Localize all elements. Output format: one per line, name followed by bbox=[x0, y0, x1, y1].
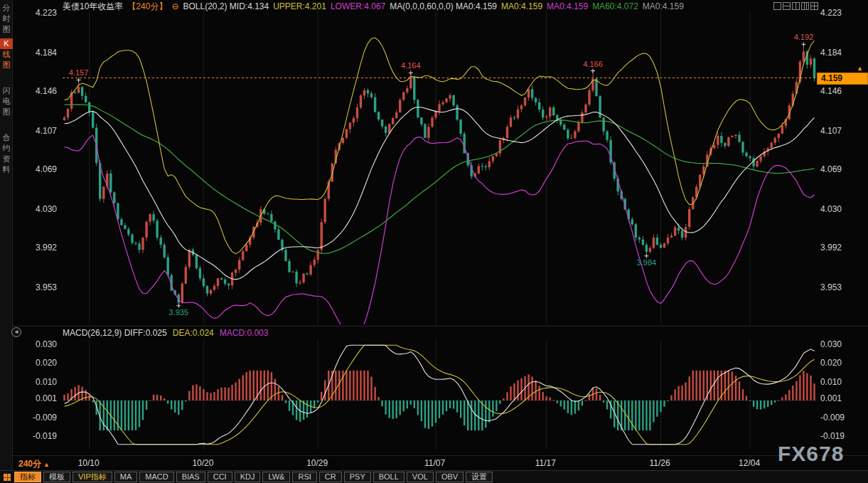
collapse-panel-icon[interactable]: ◄ bbox=[11, 327, 21, 337]
layout-three-pane-icon[interactable] bbox=[801, 2, 809, 10]
axis-tick-label: 4.107 bbox=[36, 126, 57, 136]
layout-two-vertical-icon[interactable] bbox=[792, 2, 800, 10]
toolbar-button-vol[interactable]: VOL bbox=[407, 472, 434, 482]
axis-tick-label: 0.020 bbox=[36, 358, 57, 368]
x-axis-date: 12/04 bbox=[739, 458, 760, 468]
toolbar-button-cr[interactable]: CR bbox=[319, 472, 342, 482]
x-axis-date: 11/26 bbox=[649, 458, 670, 468]
axis-tick-label: 4.184 bbox=[36, 48, 57, 58]
x-axis-date: 10/10 bbox=[78, 458, 100, 468]
axis-tick-label: 4.223 bbox=[820, 8, 842, 18]
axis-tick-label: 0.001 bbox=[820, 393, 842, 403]
boll-lower-value: LOWER:4.067 bbox=[331, 1, 385, 11]
toolbar-button-rsi[interactable]: RSI bbox=[292, 472, 316, 482]
period-label: 【240分】 bbox=[127, 1, 167, 11]
toolbar-button-cci[interactable]: CCI bbox=[208, 472, 232, 482]
sidebar-tab-flash-chart[interactable]: 闪电图 bbox=[0, 85, 13, 117]
toolbar-button-macd[interactable]: MACD bbox=[139, 472, 173, 482]
axis-tick-label: -0.019 bbox=[33, 431, 57, 441]
ma0-magenta-value: MA0:4.159 bbox=[547, 1, 588, 11]
axis-tick-label: -0.009 bbox=[820, 413, 845, 423]
axis-tick-label: 0.010 bbox=[820, 377, 842, 387]
symbol-title: 美债10年收益率 bbox=[63, 1, 123, 11]
toolbar-button-psy[interactable]: PSY bbox=[344, 472, 371, 482]
price-annotations: 4.1574.1644.1664.1923.9353.984 bbox=[69, 33, 813, 317]
boll-mid-line bbox=[65, 107, 815, 280]
axis-tick-label: 4.146 bbox=[36, 86, 57, 96]
toolbar-button-lw[interactable]: LW& bbox=[262, 472, 290, 482]
axis-tick-label: 4.146 bbox=[820, 86, 842, 96]
indicator-toolbar: 指标模板VIP指标MAMACDBIASCCIKDJLW&RSICRPSYBOLL… bbox=[0, 470, 868, 483]
period-up-arrow-icon: ▲ bbox=[43, 461, 50, 468]
price-annotation: 4.192 bbox=[794, 33, 814, 41]
candlesticks bbox=[63, 44, 815, 306]
ma0-yellow-value: MA0:4.159 bbox=[501, 1, 542, 11]
layout-switcher bbox=[773, 2, 818, 10]
remove-indicator-icon[interactable]: ⊖ bbox=[171, 1, 178, 11]
boll-upper-line bbox=[65, 38, 815, 254]
axis-tick-label: 0.030 bbox=[820, 339, 842, 349]
last-price-badge: 4.159 bbox=[817, 73, 868, 85]
macd-diff-value: MACD(26,12,9) DIFF:0.025 bbox=[63, 328, 167, 338]
axis-tick-label: 3.992 bbox=[36, 243, 57, 253]
axis-tick-label: 4.107 bbox=[820, 126, 842, 136]
axis-tick-label: 4.030 bbox=[820, 204, 842, 214]
left-tab-bar: 分时图K线图闪电图合约资料 bbox=[0, 0, 13, 470]
toolbar-button-settings[interactable]: 设置 bbox=[466, 472, 493, 482]
x-axis-date: 10/20 bbox=[192, 458, 213, 468]
diff-line bbox=[65, 345, 815, 445]
sidebar-tab-kline-chart[interactable]: K线图 bbox=[0, 38, 13, 70]
boll-mid-value: BOLL(20,2) MID:4.134 bbox=[183, 1, 269, 11]
ma60-value: MA60:4.072 bbox=[592, 1, 638, 11]
footer-period-label[interactable]: 240分▲ bbox=[18, 458, 50, 470]
toolbar-button-ma[interactable]: MA bbox=[114, 472, 138, 482]
price-annotation: 4.164 bbox=[401, 61, 421, 70]
price-annotation: 3.935 bbox=[169, 308, 189, 317]
price-annotation: 4.157 bbox=[69, 68, 89, 77]
candlestick-chart[interactable]: 4.1574.1644.1664.1923.9353.984 bbox=[63, 10, 816, 324]
toolbar-button-obv[interactable]: OBV bbox=[436, 472, 464, 482]
sidebar-tab-contract-info[interactable]: 合约资料 bbox=[0, 132, 13, 175]
ma-params-value: MA(0,0,0,60,0,0) MA0:4.159 bbox=[390, 1, 497, 11]
macd-chart[interactable] bbox=[63, 340, 816, 450]
axis-tick-label: 0.001 bbox=[36, 393, 57, 403]
watermark: FX678 bbox=[778, 442, 844, 466]
toolbar-button-vip-indicators[interactable]: VIP指标 bbox=[73, 472, 112, 482]
axis-tick-label: 0.030 bbox=[36, 339, 57, 349]
last-price-value: 4.159 bbox=[821, 73, 842, 83]
layout-two-horizontal-icon[interactable] bbox=[783, 2, 791, 10]
macd-hist-value: MACD:0.003 bbox=[220, 328, 269, 338]
x-axis-date: 11/17 bbox=[535, 458, 556, 468]
price-annotation: 3.984 bbox=[637, 258, 657, 267]
axis-tick-label: 3.953 bbox=[820, 282, 842, 292]
axis-tick-label: -0.009 bbox=[33, 413, 57, 423]
x-axis-date: 11/07 bbox=[424, 458, 445, 468]
time-axis: 240分▲ 10/1010/2010/2911/0711/1711/2612/0… bbox=[0, 455, 868, 470]
sidebar-tab-time-chart[interactable]: 分时图 bbox=[0, 3, 13, 35]
axis-tick-label: 0.020 bbox=[820, 358, 842, 368]
layout-full-icon[interactable] bbox=[773, 2, 781, 10]
toolbar-button-bias[interactable]: BIAS bbox=[176, 472, 205, 482]
toolbar-button-boll[interactable]: BOLL bbox=[373, 472, 404, 482]
vertical-gridlines bbox=[90, 10, 750, 324]
indicator-grid-icon[interactable] bbox=[4, 474, 11, 481]
price-up-arrow-icon: ▲ bbox=[857, 65, 863, 72]
price-annotation: 4.166 bbox=[583, 60, 603, 68]
axis-tick-label: 4.184 bbox=[820, 48, 842, 58]
axis-tick-label: -0.019 bbox=[820, 431, 845, 441]
toolbar-button-kdj[interactable]: KDJ bbox=[235, 472, 261, 482]
axis-tick-label: 3.953 bbox=[36, 282, 57, 292]
axis-tick-label: 3.992 bbox=[820, 243, 842, 253]
macd-dea-value: DEA:0.024 bbox=[173, 328, 214, 338]
left-price-axis: 4.2234.1844.1464.1074.0694.0303.9923.953… bbox=[13, 0, 61, 455]
axis-tick-label: 4.030 bbox=[36, 204, 57, 214]
toolbar-button-indicators[interactable]: 指标 bbox=[14, 472, 41, 482]
boll-upper-value: UPPER:4.201 bbox=[273, 1, 326, 11]
macd-legend: MACD(26,12,9) DIFF:0.025DEA:0.024MACD:0.… bbox=[63, 328, 274, 338]
ma60-line bbox=[65, 105, 815, 253]
toolbar-button-templates[interactable]: 模板 bbox=[43, 472, 70, 482]
layout-four-grid-icon[interactable] bbox=[810, 2, 818, 10]
axis-tick-label: 4.069 bbox=[820, 164, 842, 174]
dea-line bbox=[65, 345, 815, 445]
trading-terminal: 分时图K线图闪电图合约资料 美债10年收益率【240分】⊖BOLL(20,2) … bbox=[0, 0, 868, 483]
